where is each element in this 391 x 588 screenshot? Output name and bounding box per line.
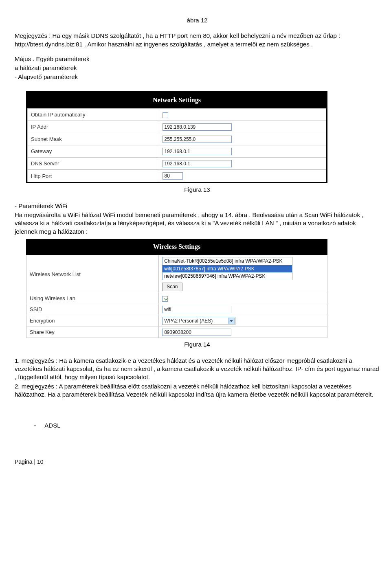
- network-settings-table: Obtain IP automatically IP Addr 192.168.…: [27, 108, 326, 182]
- select-value: WPA2 Personal (AES): [164, 318, 213, 324]
- cell-value: [159, 293, 327, 304]
- ip-addr-input[interactable]: 192.168.0.139: [163, 123, 232, 131]
- using-wireless-checkbox[interactable]: [162, 296, 168, 302]
- obtain-ip-checkbox[interactable]: [163, 112, 168, 118]
- table-row: Subnet Mask 255.255.255.0: [28, 133, 326, 145]
- cell-value: 192.168.0.1: [159, 158, 326, 170]
- panel-title: Network Settings: [27, 92, 326, 109]
- table-row: Encryption WPA2 Personal (AES): [26, 315, 327, 327]
- scan-button[interactable]: Scan: [162, 283, 182, 291]
- cell-value: WPA2 Personal (AES): [159, 315, 327, 327]
- paragraph-note-1: Megjegyzés : Ha egy másik DDNS szolgálta…: [15, 32, 380, 48]
- wireless-settings-panel: Wireless Settings Wireless Network List …: [26, 239, 327, 338]
- text-line: - Alapvető paraméterek: [15, 73, 380, 81]
- panel-title: Wireless Settings: [26, 239, 327, 255]
- table-row: SSID wifi: [26, 304, 327, 315]
- cell-value: 8939038200: [159, 327, 327, 338]
- adsl-label: ADSL: [44, 422, 60, 429]
- network-settings-panel: Network Settings Obtain IP automatically…: [26, 91, 327, 183]
- gateway-input[interactable]: 192.168.0.1: [163, 148, 232, 155]
- table-row: Wireless Network List ChinaNet-TbkR[0025…: [26, 255, 327, 293]
- cell-value: 192.168.0.1: [159, 145, 326, 158]
- table-row: DNS Server 192.168.0.1: [28, 158, 326, 170]
- cell-label: SSID: [26, 304, 159, 315]
- table-row: Http Port 80: [28, 170, 326, 182]
- table-row: IP Addr 192.168.0.139: [28, 121, 326, 133]
- figure-caption-14: Figura 14: [15, 340, 380, 349]
- encryption-select[interactable]: WPA2 Personal (AES): [162, 317, 235, 325]
- cell-label: IP Addr: [28, 121, 159, 133]
- text-line: Ha megvásárolta a WiFi hálózat WiFi modu…: [15, 211, 380, 236]
- paragraph-text: Megjegyzés : Ha egy másik DDNS szolgálta…: [15, 32, 380, 48]
- dns-server-input[interactable]: 192.168.0.1: [163, 160, 232, 167]
- cell-label: Encryption: [26, 315, 159, 327]
- cell-value: 192.168.0.139: [159, 121, 326, 133]
- table-row: Gateway 192.168.0.1: [28, 145, 326, 158]
- page-footer: Pagina | 10: [15, 458, 380, 466]
- wireless-settings-table: Wireless Network List ChinaNet-TbkR[0025…: [26, 255, 327, 338]
- cell-label: Gateway: [28, 145, 159, 158]
- share-key-input[interactable]: 8939038200: [162, 329, 231, 336]
- paragraph-note-2: 1. megjegyzés : Ha a kamera csatlakozik-…: [15, 357, 380, 399]
- cell-label: Share Key: [26, 327, 159, 338]
- cell-value: wifi: [159, 304, 327, 315]
- wireless-network-list[interactable]: ChinaNet-TbkR[00255e1e5d08] infra WPA/WP…: [162, 257, 292, 280]
- cell-value: ChinaNet-TbkR[00255e1e5d08] infra WPA/WP…: [159, 255, 327, 293]
- http-port-input[interactable]: 80: [163, 172, 183, 180]
- cell-label: DNS Server: [28, 158, 159, 170]
- paragraph-wifi: - Paraméterek WiFi Ha megvásárolta a WiF…: [15, 202, 380, 236]
- bullet-dash: -: [27, 421, 43, 430]
- paragraph-text: 2. megjegyzés : A paraméterek beállítása…: [15, 382, 380, 399]
- cell-label: Wireless Network List: [26, 255, 159, 293]
- text-line: Május . Egyéb paraméterek: [15, 55, 380, 63]
- cell-label: Subnet Mask: [28, 133, 159, 145]
- text-line: a hálózati paraméterek: [15, 64, 380, 72]
- paragraph-params-heading: Május . Egyéb paraméterek a hálózati par…: [15, 55, 380, 81]
- cell-label: Obtain IP automatically: [28, 109, 159, 121]
- cell-value: 80: [159, 170, 326, 182]
- table-row: Share Key 8939038200: [26, 327, 327, 338]
- cell-label: Http Port: [28, 170, 159, 182]
- text-line: - Paraméterek WiFi: [15, 202, 380, 210]
- cell-label: Using Wireless Lan: [26, 293, 159, 304]
- subnet-mask-input[interactable]: 255.255.255.0: [163, 136, 232, 143]
- table-row: Obtain IP automatically: [28, 109, 326, 121]
- cell-value: 255.255.255.0: [159, 133, 326, 145]
- chevron-down-icon: [228, 318, 235, 324]
- adsl-heading: - ADSL: [27, 421, 380, 430]
- figure-caption-13: Figura 13: [15, 186, 380, 194]
- figure-caption-12: ábra 12: [15, 16, 380, 24]
- ssid-input[interactable]: wifi: [162, 306, 231, 313]
- paragraph-text: 1. megjegyzés : Ha a kamera csatlakozik-…: [15, 357, 380, 382]
- cell-value: [159, 109, 326, 121]
- list-item[interactable]: netview[002586697046] infra WPA/WPA2-PSK: [163, 272, 292, 280]
- table-row: Using Wireless Lan: [26, 293, 327, 304]
- list-item[interactable]: wifi[001e58f37857] infra WPA/WPA2-PSK: [163, 265, 292, 272]
- list-item[interactable]: ChinaNet-TbkR[00255e1e5d08] infra WPA/WP…: [163, 257, 292, 265]
